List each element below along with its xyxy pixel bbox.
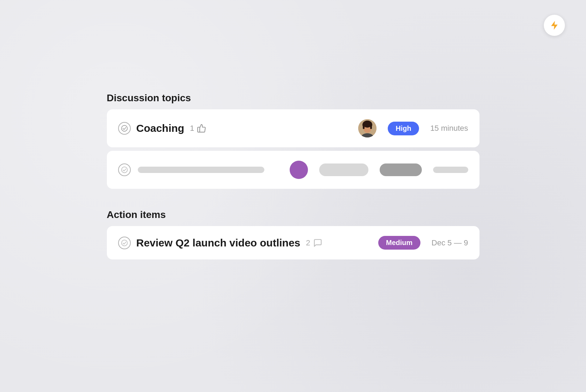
svg-rect-6 [370, 124, 372, 129]
redacted-content [138, 167, 283, 173]
action-check-icon[interactable] [118, 237, 131, 249]
coaching-topic-card: Coaching 1 [107, 109, 479, 147]
topic-right: High 15 minutes [358, 119, 468, 137]
medium-priority-badge[interactable]: Medium [378, 236, 420, 250]
action-date-range: Dec 5 — 9 [432, 238, 468, 248]
thumbs-up-icon [197, 124, 206, 133]
svg-point-9 [121, 240, 127, 246]
comment-count: 2 [306, 238, 310, 248]
main-container: Discussion topics Coaching 1 [107, 92, 479, 271]
action-items-section: Action items Review Q2 launch video outl… [107, 209, 479, 263]
redacted-duration [433, 167, 468, 173]
coaching-like-area[interactable]: 1 [190, 124, 206, 133]
svg-rect-5 [363, 124, 365, 129]
action-left: Review Q2 launch video outlines 2 [118, 237, 372, 249]
action-right: Medium Dec 5 — 9 [378, 236, 468, 250]
redacted-right [290, 161, 468, 179]
discussion-topics-title: Discussion topics [107, 92, 479, 104]
review-q2-card: Review Q2 launch video outlines 2 Medium… [107, 226, 479, 259]
redacted-check-icon[interactable] [118, 163, 131, 176]
coaching-like-count: 1 [190, 124, 194, 133]
svg-point-8 [121, 167, 127, 173]
redacted-badge-dark [380, 163, 422, 176]
redacted-badge [319, 163, 368, 176]
high-priority-badge[interactable]: High [388, 122, 419, 135]
comment-icon [313, 238, 322, 248]
redacted-topic-card [107, 151, 479, 189]
discussion-topics-section: Discussion topics Coaching 1 [107, 92, 479, 192]
action-items-title: Action items [107, 209, 479, 220]
coaching-check-icon[interactable] [118, 122, 131, 135]
topic-left: Coaching 1 [118, 122, 352, 135]
redacted-title-bar [138, 167, 264, 173]
user-avatar [358, 119, 376, 137]
svg-point-0 [121, 126, 127, 131]
coaching-duration: 15 minutes [430, 124, 468, 133]
lightning-icon [549, 20, 559, 30]
redacted-avatar [290, 161, 308, 179]
lightning-button[interactable] [544, 15, 565, 36]
action-item-name: Review Q2 launch video outlines [136, 237, 301, 249]
comment-area[interactable]: 2 [306, 238, 322, 248]
coaching-topic-name: Coaching [136, 122, 185, 134]
